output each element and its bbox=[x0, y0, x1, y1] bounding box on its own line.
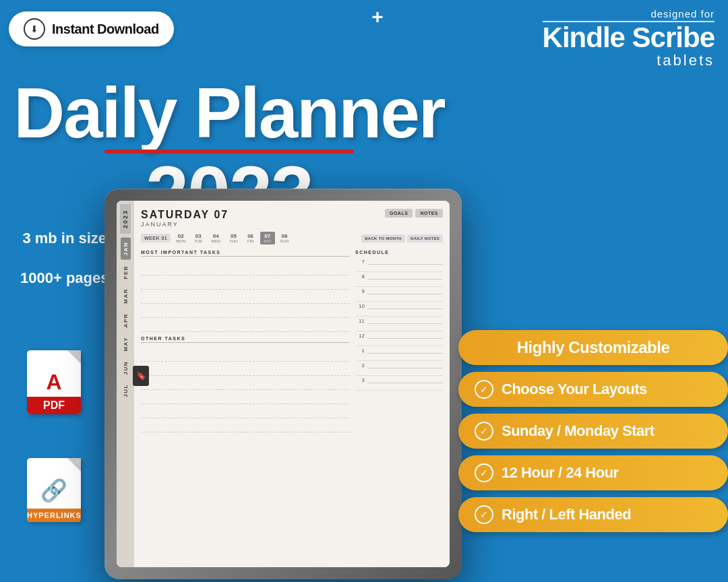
date-info: SATURDAY 07 JANUARY bbox=[141, 209, 229, 228]
feature-main-text: Highly Customizable bbox=[517, 338, 670, 357]
time-slot-9[interactable]: 9 bbox=[355, 287, 443, 302]
tasks-section-label: MOST IMPORTANT TASKS bbox=[141, 250, 350, 257]
other-task-line-1[interactable] bbox=[141, 350, 350, 362]
task-line-2[interactable] bbox=[141, 278, 350, 290]
feature-text-start: Sunday / Monday Start bbox=[502, 422, 655, 440]
notes-button[interactable]: NOTES bbox=[415, 209, 443, 218]
pdf-document: A PDF bbox=[27, 350, 81, 414]
time-slot-3[interactable]: 3 bbox=[355, 376, 443, 391]
pdf-acrobat-icon: A bbox=[46, 370, 61, 395]
bookmark-icon: 🔖 bbox=[136, 371, 146, 381]
tablet-outer: 2023 JAN FEB MAR APR MAY JUN JUL 🔖 bbox=[104, 189, 462, 579]
size-text: 3 mb in size bbox=[20, 229, 109, 249]
time-slot-12[interactable]: 12 bbox=[355, 331, 443, 346]
month-tab-mar[interactable]: MAR bbox=[121, 284, 131, 308]
day-06[interactable]: 06 FRI bbox=[243, 232, 258, 245]
instant-download-badge: ⬇ Instant Download bbox=[9, 11, 174, 46]
features-panel: Highly Customizable ✓ Choose Your Layout… bbox=[458, 330, 728, 532]
bookmark-button[interactable]: 🔖 bbox=[133, 366, 149, 386]
day-08[interactable]: 08 SUN bbox=[277, 232, 293, 245]
month-tab-feb[interactable]: FEB bbox=[121, 261, 131, 284]
day-03[interactable]: 03 TUE bbox=[191, 232, 206, 245]
pages-text: 1000+ pages bbox=[20, 269, 109, 288]
time-slot-7[interactable]: 7 bbox=[355, 257, 443, 272]
check-icon-start: ✓ bbox=[475, 422, 493, 441]
side-tabs: 2023 JAN FEB MAR APR MAY JUN JUL bbox=[117, 201, 134, 567]
pdf-label: PDF bbox=[27, 397, 81, 414]
planner-main: SATURDAY 07 JANUARY GOALS NOTES WEEK 01 … bbox=[134, 201, 450, 567]
back-btns: BACK TO MONTH DAILY NOTES bbox=[361, 234, 443, 243]
other-task-line-3[interactable] bbox=[141, 378, 350, 390]
month-tab-apr[interactable]: APR bbox=[121, 309, 131, 331]
schedule-label: SCHEDULE bbox=[355, 250, 443, 255]
task-line-4[interactable] bbox=[141, 306, 350, 318]
month-tab-jul[interactable]: JUL bbox=[121, 380, 131, 401]
goals-button[interactable]: GOALS bbox=[385, 209, 413, 218]
feature-badge-start: ✓ Sunday / Monday Start bbox=[458, 414, 728, 449]
planner-content: 2023 JAN FEB MAR APR MAY JUN JUL 🔖 bbox=[117, 201, 450, 567]
feature-badge-hour: ✓ 12 Hour / 24 Hour bbox=[458, 455, 728, 490]
month-tab-may[interactable]: MAY bbox=[121, 333, 131, 356]
day-05[interactable]: 05 THU bbox=[226, 232, 241, 245]
daily-notes-btn[interactable]: DAILY NOTES bbox=[407, 234, 443, 243]
task-line-1[interactable] bbox=[141, 263, 350, 276]
pdf-icon: A PDF bbox=[27, 350, 81, 414]
other-task-line-2[interactable] bbox=[141, 364, 350, 376]
back-to-month-btn[interactable]: BACK TO MONTH bbox=[361, 234, 405, 243]
other-task-line-4[interactable] bbox=[141, 392, 350, 404]
month: JANUARY bbox=[141, 221, 229, 228]
other-task-lines bbox=[141, 350, 350, 432]
month-tab-jan[interactable]: JAN bbox=[121, 238, 131, 260]
download-icon: ⬇ bbox=[24, 18, 45, 40]
important-task-lines bbox=[141, 263, 350, 332]
time-slots: 7 8 9 bbox=[355, 257, 443, 391]
time-slot-8[interactable]: 8 bbox=[355, 272, 443, 287]
size-info: 3 mb in size bbox=[20, 229, 109, 249]
year-tab[interactable]: 2023 bbox=[120, 204, 131, 234]
hyperlinks-label: HYPERLINKS bbox=[27, 509, 81, 522]
pages-info: 1000+ pages bbox=[20, 269, 109, 288]
left-column: MOST IMPORTANT TASKS OTHER TASKS bbox=[141, 250, 350, 562]
left-info: 3 mb in size 1000+ pages bbox=[20, 229, 109, 308]
other-task-line-5[interactable] bbox=[141, 406, 350, 418]
week-label[interactable]: WEEK 01 bbox=[141, 234, 171, 243]
check-icon-layouts: ✓ bbox=[475, 380, 493, 399]
nav-buttons: GOALS NOTES bbox=[385, 209, 443, 218]
check-icon-hour: ✓ bbox=[475, 463, 493, 482]
time-slot-2[interactable]: 2 bbox=[355, 361, 443, 376]
tablet-screen: 2023 JAN FEB MAR APR MAY JUN JUL 🔖 bbox=[117, 201, 450, 567]
feature-main-badge: Highly Customizable bbox=[458, 330, 728, 365]
check-icon-handed: ✓ bbox=[475, 505, 493, 524]
kindle-label: designed for Kindle Scribe tablets bbox=[543, 8, 715, 69]
planner-header: SATURDAY 07 JANUARY GOALS NOTES bbox=[141, 209, 443, 228]
right-column: SCHEDULE 7 8 bbox=[355, 250, 443, 562]
day-04[interactable]: 04 WED bbox=[208, 232, 224, 245]
hyperlinks-icon: 🔗 HYPERLINKS bbox=[27, 458, 81, 522]
day-date: SATURDAY 07 bbox=[141, 209, 229, 221]
month-tab-jun[interactable]: JUN bbox=[121, 357, 131, 379]
feature-text-layouts: Choose Your Layouts bbox=[502, 381, 647, 398]
divider bbox=[543, 21, 715, 22]
task-line-3[interactable] bbox=[141, 292, 350, 304]
day-02[interactable]: 02 MON bbox=[173, 232, 189, 245]
other-tasks-label: OTHER TASKS bbox=[141, 336, 350, 343]
link-icon: 🔗 bbox=[40, 478, 67, 503]
time-slot-10[interactable]: 10 bbox=[355, 302, 443, 317]
feature-text-hour: 12 Hour / 24 Hour bbox=[502, 464, 619, 482]
week-nav: WEEK 01 02 MON 03 TUE 04 WED bbox=[141, 232, 443, 245]
feature-text-handed: Right / Left Handed bbox=[502, 506, 631, 523]
time-slot-1[interactable]: 1 bbox=[355, 346, 443, 361]
tablets-text: tablets bbox=[543, 52, 715, 69]
feature-badge-handed: ✓ Right / Left Handed bbox=[458, 497, 728, 532]
time-slot-11[interactable]: 11 bbox=[355, 317, 443, 331]
designed-for-text: designed for bbox=[543, 8, 715, 20]
tablet-device: 2023 JAN FEB MAR APR MAY JUN JUL 🔖 bbox=[104, 189, 462, 579]
day-07[interactable]: 07 SAT bbox=[260, 232, 275, 245]
daily-planner-title: Daily Planner bbox=[0, 77, 458, 148]
other-task-line-6[interactable] bbox=[141, 420, 350, 432]
hyperlinks-document: 🔗 HYPERLINKS bbox=[27, 458, 81, 522]
feature-badge-layouts: ✓ Choose Your Layouts bbox=[458, 372, 728, 407]
task-line-5[interactable] bbox=[141, 320, 350, 332]
instant-download-label: Instant Download bbox=[52, 22, 159, 37]
two-col-layout: MOST IMPORTANT TASKS OTHER TASKS bbox=[141, 250, 443, 562]
